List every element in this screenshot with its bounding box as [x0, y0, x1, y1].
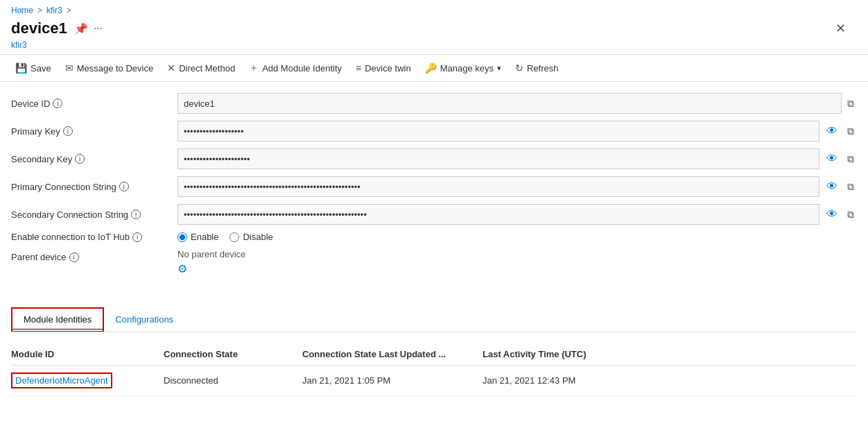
close-button[interactable]: ✕	[835, 21, 857, 36]
tab-module-underline	[12, 329, 103, 330]
add-module-label: Add Module Identity	[262, 63, 342, 74]
primary-conn-copy-icon[interactable]: ⧉	[844, 181, 857, 193]
parent-device-value: No parent device	[177, 249, 245, 259]
form-area: Device ID i ⧉ Primary Key i 👁 ⧉ Secon	[11, 93, 857, 282]
module-id-cell: DefenderIotMicroAgent	[11, 373, 164, 388]
primary-conn-info-icon[interactable]: i	[119, 182, 129, 191]
primary-key-input-wrap: 👁 ⧉	[177, 121, 857, 142]
disable-radio-input[interactable]	[229, 232, 239, 242]
enable-radio-input[interactable]	[177, 232, 187, 242]
tab-configurations-label: Configurations	[115, 314, 173, 325]
primary-key-row: Primary Key i 👁 ⧉	[11, 121, 857, 142]
secondary-key-eye-icon[interactable]: 👁	[822, 153, 842, 165]
toolbar: 💾 Save ✉ Message to Device ✕ Direct Meth…	[0, 54, 868, 82]
connection-state-cell: Disconnected	[164, 375, 302, 386]
tab-module-identities[interactable]: Module Identities	[11, 307, 104, 332]
secondary-conn-copy-icon[interactable]: ⧉	[844, 209, 857, 221]
device-twin-icon: ≡	[356, 62, 361, 74]
table-section: Module ID Connection State Connection St…	[0, 332, 868, 407]
module-id-link[interactable]: DefenderIotMicroAgent	[11, 373, 112, 388]
parent-device-info-icon[interactable]: i	[69, 252, 79, 262]
parent-device-row: Parent device i No parent device ⚙	[11, 249, 857, 275]
device-twin-label: Device twin	[365, 63, 410, 74]
col-connection-updated: Connection State Last Updated ...	[302, 349, 483, 359]
message-to-device-button[interactable]: ✉ Message to Device	[58, 60, 161, 76]
secondary-conn-row: Secondary Connection String i 👁 ⧉	[11, 204, 857, 225]
breadcrumb: Home > kfir3 >	[0, 0, 868, 18]
tab-configurations[interactable]: Configurations	[104, 309, 184, 330]
refresh-button[interactable]: ↻ Refresh	[508, 60, 566, 76]
page-title: device1	[11, 19, 67, 37]
col-module-id: Module ID	[11, 349, 164, 359]
form-content: Device ID i ⧉ Primary Key i 👁 ⧉ Secon	[0, 82, 868, 293]
add-module-icon: ＋	[249, 62, 259, 74]
enable-radio-label[interactable]: Enable	[177, 232, 218, 242]
breadcrumb-home[interactable]: Home	[11, 6, 33, 15]
connection-updated-cell: Jan 21, 2021 1:05 PM	[302, 375, 483, 386]
enable-conn-options: Enable Disable	[177, 232, 857, 242]
primary-key-input[interactable]	[177, 121, 819, 142]
device-id-input-wrap: ⧉	[177, 93, 857, 114]
breadcrumb-hub[interactable]: kfir3	[46, 6, 62, 15]
disable-radio-label[interactable]: Disable	[229, 232, 272, 242]
more-icon[interactable]: ···	[94, 22, 103, 35]
primary-key-copy-icon[interactable]: ⧉	[844, 126, 857, 137]
device-id-label: Device ID i	[11, 99, 177, 109]
enable-conn-row: Enable connection to IoT Hub i Enable Di…	[11, 232, 857, 242]
primary-conn-input-wrap: 👁 ⧉	[177, 176, 857, 197]
header: device1 📌 ··· ✕	[0, 18, 868, 40]
pin-icon[interactable]: 📌	[74, 22, 88, 35]
gear-icon[interactable]: ⚙	[177, 262, 245, 275]
save-label: Save	[31, 63, 51, 74]
save-icon: 💾	[15, 62, 27, 74]
secondary-conn-label: Secondary Connection String i	[11, 209, 177, 220]
add-module-identity-button[interactable]: ＋ Add Module Identity	[242, 59, 349, 77]
tabs-section: Module Identities Configurations	[0, 307, 868, 332]
manage-keys-chevron: ▾	[497, 64, 501, 73]
enable-conn-info-icon[interactable]: i	[132, 232, 142, 242]
secondary-key-info-icon[interactable]: i	[75, 154, 85, 164]
primary-conn-label: Primary Connection String i	[11, 182, 177, 192]
last-activity-cell: Jan 21, 2021 12:43 PM	[483, 375, 649, 386]
device-id-copy-icon[interactable]: ⧉	[844, 98, 857, 110]
device-twin-button[interactable]: ≡ Device twin	[349, 60, 418, 76]
enable-conn-label: Enable connection to IoT Hub i	[11, 232, 177, 242]
refresh-icon: ↻	[515, 62, 523, 74]
direct-method-label: Direct Method	[179, 63, 235, 74]
manage-keys-label: Manage keys	[440, 63, 494, 74]
tab-module-identities-label: Module Identities	[24, 314, 92, 325]
secondary-conn-eye-icon[interactable]: 👁	[822, 208, 842, 221]
secondary-key-label: Secondary Key i	[11, 154, 177, 164]
manage-keys-icon: 🔑	[425, 62, 437, 74]
secondary-key-row: Secondary Key i 👁 ⧉	[11, 148, 857, 169]
disable-label: Disable	[243, 232, 272, 242]
primary-conn-input[interactable]	[177, 176, 819, 197]
primary-key-info-icon[interactable]: i	[63, 126, 73, 136]
primary-key-label: Primary Key i	[11, 126, 177, 137]
col-last-activity: Last Activity Time (UTC)	[483, 349, 649, 359]
secondary-conn-info-icon[interactable]: i	[131, 209, 141, 219]
enable-label: Enable	[191, 232, 218, 242]
manage-keys-button[interactable]: 🔑 Manage keys ▾	[418, 60, 508, 76]
header-icons: 📌 ···	[74, 22, 103, 35]
secondary-key-input-wrap: 👁 ⧉	[177, 148, 857, 169]
parent-device-label: Parent device i	[11, 249, 177, 262]
direct-method-button[interactable]: ✕ Direct Method	[160, 60, 242, 76]
primary-conn-row: Primary Connection String i 👁 ⧉	[11, 176, 857, 197]
save-button[interactable]: 💾 Save	[8, 60, 58, 76]
table-header: Module ID Connection State Connection St…	[11, 343, 857, 366]
secondary-conn-input[interactable]	[177, 204, 819, 225]
table-row: DefenderIotMicroAgent Disconnected Jan 2…	[11, 366, 857, 396]
breadcrumb-sep1: >	[37, 6, 42, 15]
primary-conn-eye-icon[interactable]: 👁	[822, 180, 842, 193]
primary-key-eye-icon[interactable]: 👁	[822, 125, 842, 137]
device-id-info-icon[interactable]: i	[53, 99, 62, 108]
message-icon: ✉	[65, 62, 73, 74]
breadcrumb-sep2: >	[67, 6, 71, 15]
subtitle: kfir3	[0, 40, 868, 54]
secondary-key-copy-icon[interactable]: ⧉	[844, 153, 857, 165]
secondary-conn-input-wrap: 👁 ⧉	[177, 204, 857, 225]
device-id-input[interactable]	[177, 93, 842, 114]
secondary-key-input[interactable]	[177, 148, 819, 169]
direct-method-icon: ✕	[167, 62, 175, 74]
